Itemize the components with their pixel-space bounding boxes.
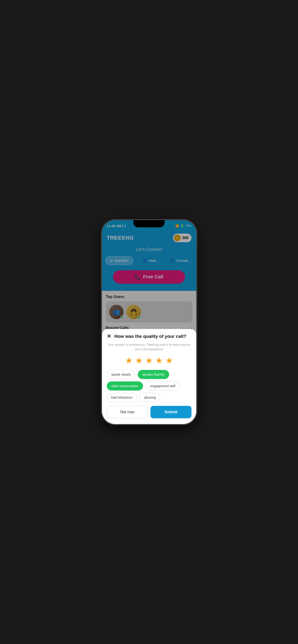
tag-engagement-well[interactable]: engagement well xyxy=(145,382,180,390)
sheet-stars[interactable]: ★ ★ ★ ★ ★ xyxy=(107,356,192,366)
tag-abusing[interactable]: abusing xyxy=(139,393,160,402)
tag-bad-behaviour[interactable]: bad behaviour xyxy=(107,393,137,402)
submit-button[interactable]: Submit xyxy=(151,406,192,418)
rating-star-5[interactable]: ★ xyxy=(165,356,173,366)
quality-bottom-sheet: ✕ How was the quality of your call? Your… xyxy=(102,329,196,424)
tags-row-1: speak clearly speaks fluently xyxy=(107,370,192,379)
tag-speak-clearly[interactable]: speak clearly xyxy=(107,370,135,379)
tags-row-2: clear conversation engagement well xyxy=(107,382,192,390)
rating-star-3[interactable]: ★ xyxy=(145,356,153,366)
rating-star-2[interactable]: ★ xyxy=(135,356,143,366)
sheet-overlay: ✕ How was the quality of your call? Your… xyxy=(102,220,196,424)
sheet-actions: Not now Submit xyxy=(107,406,192,418)
tag-clear-conversation[interactable]: clear conversation xyxy=(107,382,143,390)
sheet-header: ✕ How was the quality of your call? xyxy=(107,334,192,339)
tag-speaks-fluently[interactable]: speaks fluently xyxy=(138,370,169,379)
sheet-subtitle: Your answer is anonymous. TreeEng uses i… xyxy=(107,342,192,352)
not-now-button[interactable]: Not now xyxy=(107,406,148,418)
rating-star-4[interactable]: ★ xyxy=(155,356,163,366)
sheet-title: How was the quality of your call? xyxy=(114,334,186,339)
tags-row-3: bad behaviour abusing xyxy=(107,393,192,402)
rating-star-1[interactable]: ★ xyxy=(125,356,133,366)
close-sheet-button[interactable]: ✕ xyxy=(107,334,111,339)
